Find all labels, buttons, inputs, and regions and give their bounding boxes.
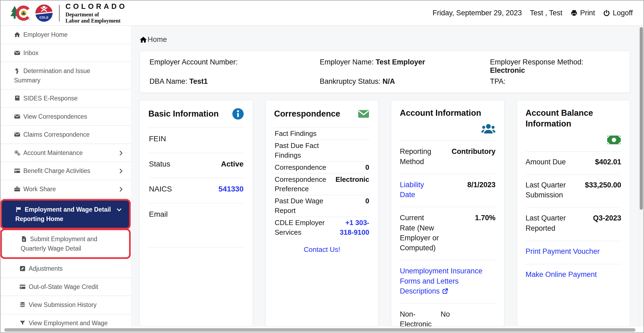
row-value: $33,250.00 [575, 180, 621, 190]
row-label: Correspondence Preference [275, 175, 330, 194]
card-header: Account Information [400, 108, 496, 136]
row-value: Contributory [441, 147, 496, 157]
chevron-right-icon [118, 149, 124, 155]
sidebar-item-label: Inbox [23, 49, 38, 56]
row-label: CDLE Employer Services [275, 218, 330, 237]
row-value: 1.70% [441, 213, 496, 223]
sidebar-item-out-of-state-wage-credit[interactable]: Out-of-State Wage Credit [1, 278, 131, 296]
card-header: Account Balance Information [526, 108, 621, 147]
card-account-balance-information: Account Balance InformationAmount Due$40… [517, 100, 630, 327]
link-print-payment-voucher[interactable]: Print Payment Voucher [526, 247, 600, 255]
horizontal-scrollbar[interactable] [1, 327, 643, 332]
card-header: Correspondence [274, 108, 370, 120]
filter-icon [19, 320, 26, 326]
employer-info-bar: Employer Account Number: Employer Name: … [140, 51, 630, 93]
sidebar-item-adjustments[interactable]: Adjustments [1, 260, 131, 278]
card-footer: Contact Us! [274, 238, 370, 256]
sidebar-item-sides-e-response[interactable]: SIDES E-Response [1, 89, 131, 108]
employer-response-method-field: Employer Response Method: Electronic [490, 58, 620, 75]
book-icon [14, 95, 20, 102]
colorado-state-logo: ™ [10, 3, 31, 23]
sidebar-item-employment-and-wage-detail-reporting-home[interactable]: Employment and Wage Detail Reporting Hom… [2, 201, 129, 228]
card-title: Basic Information [148, 108, 219, 119]
row-value[interactable]: +1 303-318-9100 [333, 218, 369, 237]
link-unemployment-insurance-forms-and-letters-descriptions[interactable]: Unemployment Insurance Forms and Letters… [400, 267, 482, 295]
sidebar-item-label: Work Share [23, 186, 56, 193]
brand-department: Department of Labor and Employment [65, 12, 127, 24]
card-title: Correspondence [274, 108, 340, 119]
link-contact-us[interactable]: Contact Us! [304, 245, 340, 254]
row-label: Correspondence [275, 163, 330, 172]
envelope-icon [14, 131, 20, 138]
sidebar-item-label: Claims Correspondence [23, 131, 90, 138]
header: ™ CDLE COLORADO [1, 1, 643, 26]
dashboard-cards: Basic InformationFEINStatusActiveNAICS54… [140, 100, 630, 327]
employer-account-number-field: Employer Account Number: [149, 58, 314, 75]
briefcase-icon [14, 186, 20, 192]
row-correspondence-preference: Correspondence PreferenceElectronic [274, 173, 370, 195]
tpa-field: TPA: [490, 77, 620, 86]
info-circle-icon [232, 108, 244, 120]
chevron-down-icon [116, 206, 122, 212]
logoff-button[interactable]: Logoff [603, 9, 633, 17]
sidebar-item-determination-and-issue-summary[interactable]: Determination and Issue Summary [1, 62, 131, 89]
print-button[interactable]: Print [570, 9, 595, 17]
row-label: Last Quarter Reported [526, 213, 575, 233]
row-label[interactable]: Liability Date [400, 180, 441, 200]
sidebar-item-view-employment-and-wage-detail-history[interactable]: View Employment and Wage Detail History [1, 314, 131, 327]
row-naics: NAICS541330 [148, 178, 244, 203]
sidebar-item-submit-employment-and-quarterly-wage-detail[interactable]: Submit Employment and Quarterly Wage Det… [2, 230, 129, 257]
row-value: No [441, 309, 496, 319]
row-print-payment-voucher: Print Payment Voucher [526, 241, 621, 264]
breadcrumb[interactable]: Home [140, 35, 633, 44]
row-unemployment-insurance-forms-and-letters-descriptions: Unemployment Insurance Forms and Letters… [400, 260, 496, 303]
vertical-scrollbar-thumb[interactable] [640, 27, 643, 210]
row-reporting-method: Reporting MethodContributory [400, 140, 496, 174]
sidebar: Employer HomeInboxDetermination and Issu… [1, 26, 131, 327]
row-label: FEIN [149, 134, 166, 144]
sidebar-item-label: Employment and Wage Detail Reporting Hom… [15, 206, 111, 222]
sidebar-item-account-maintenance[interactable]: Account Maintenance [1, 144, 131, 162]
power-icon [603, 9, 610, 17]
vertical-scrollbar[interactable] [639, 26, 643, 327]
sidebar-item-view-submission-history[interactable]: View Submission History [1, 296, 131, 314]
row-fact-findings: Fact Findings [274, 128, 370, 140]
row-label: Current Rate (New Employer or Computed) [400, 213, 441, 253]
link-make-online-payment[interactable]: Make Online Payment [526, 270, 597, 278]
row-value[interactable]: 541330 [218, 184, 243, 194]
row-label: Past Due Wage Report [275, 196, 330, 216]
chevron-right-icon [118, 167, 124, 173]
sidebar-item-work-share[interactable]: Work Share [1, 180, 131, 198]
cdle-logo: CDLE [35, 4, 53, 22]
sidebar-item-label: Adjustments [29, 265, 63, 272]
horizontal-scrollbar-thumb[interactable] [4, 328, 635, 332]
row-label: NAICS [149, 184, 172, 194]
sidebar-item-employer-home[interactable]: Employer Home [1, 26, 131, 44]
row-label: Email [149, 209, 168, 220]
row-last-quarter-reported: Last Quarter ReportedQ3-2023 [526, 208, 621, 241]
bankruptcy-status-field: Bankruptcy Status: N/A [320, 77, 484, 86]
credit-card-icon [19, 284, 26, 290]
row-label: Last Quarter Submission [526, 180, 575, 200]
row-past-due-wage-report: Past Due Wage Report0 [274, 195, 370, 217]
card-title: Account Information [400, 108, 496, 118]
sidebar-item-view-correspondences[interactable]: View Correspondences [1, 108, 131, 126]
sidebar-item-label: Submit Employment and Quarterly Wage Det… [21, 236, 97, 252]
sidebar-item-claims-correspondence[interactable]: Claims Correspondence [1, 126, 131, 144]
row-amount-due: Amount Due$402.01 [526, 151, 621, 175]
sidebar-item-label: Determination and Issue Summary [14, 67, 90, 84]
svg-text:CDLE: CDLE [39, 16, 49, 19]
row-past-due-fact-findings: Past Due Fact Findings [274, 140, 370, 161]
row-value: Q3-2023 [575, 213, 621, 223]
header-right: Friday, September 29, 2023 Test , Test P… [433, 9, 633, 17]
sidebar-item-label: Out-of-State Wage Credit [29, 283, 98, 290]
sidebar-item-label: View Correspondences [23, 113, 87, 120]
card-header: Basic Information [148, 108, 244, 120]
database-icon [19, 302, 26, 308]
sidebar-item-inbox[interactable]: Inbox [1, 44, 131, 62]
brand-text: COLORADO Department of Labor and Employm… [65, 2, 127, 24]
sidebar-item-label: Benefit Charge Activities [23, 167, 90, 174]
sidebar-item-benefit-charge-activities[interactable]: Benefit Charge Activities [1, 162, 131, 180]
home-icon [14, 31, 20, 38]
gavel-icon [14, 68, 20, 74]
